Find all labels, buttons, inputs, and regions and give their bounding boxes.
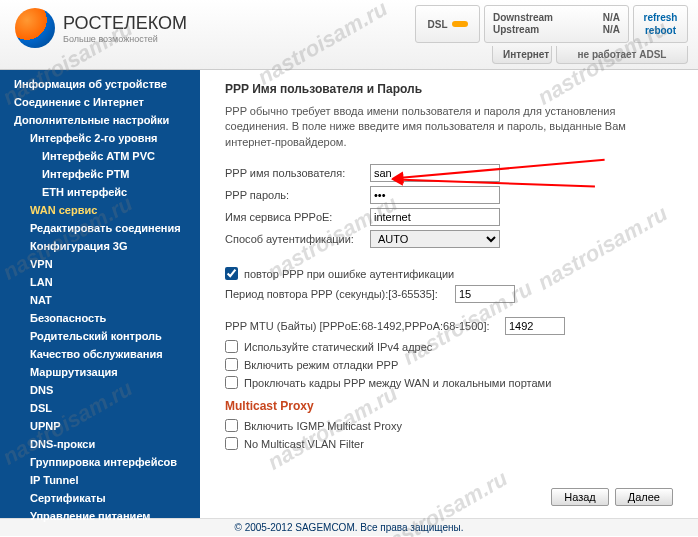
sidebar-item-eth[interactable]: ETH интерфейс [0, 183, 200, 201]
sidebar-item-ip-tunnel[interactable]: IP Tunnel [0, 471, 200, 489]
adsl-status-tab: не работает ADSL [556, 46, 688, 64]
ppp-retry-checkbox[interactable] [225, 267, 238, 280]
next-button[interactable]: Далее [615, 488, 673, 506]
static-ipv4-label: Используйте статический IPv4 адрес [244, 341, 432, 353]
sidebar-item-security[interactable]: Безопасность [0, 309, 200, 327]
debug-ppp-checkbox[interactable] [225, 358, 238, 371]
header: РОСТЕЛЕКОМ Больше возможностей DSL Downs… [0, 0, 698, 70]
sidebar-item-internet-conn[interactable]: Соединение с Интернет [0, 93, 200, 111]
retry-period-label: Период повтора PPP (секунды):[3-65535]: [225, 288, 455, 300]
multicast-section-title: Multicast Proxy [225, 399, 678, 413]
sidebar-item-3g[interactable]: Конфигурация 3G [0, 237, 200, 255]
reboot-link[interactable]: reboot [645, 25, 676, 36]
refresh-box: refresh reboot [633, 5, 688, 43]
ppp-password-label: PPP пароль: [225, 189, 370, 201]
vlan-filter-label: No Multicast VLAN Filter [244, 438, 364, 450]
page-description: PPP обычно требует ввода имени пользоват… [225, 104, 678, 150]
back-button[interactable]: Назад [551, 488, 609, 506]
bridge-ppp-checkbox[interactable] [225, 376, 238, 389]
sidebar-item-device-info[interactable]: Информация об устройстве [0, 75, 200, 93]
main-content: PPP Имя пользователя и Пароль PPP обычно… [200, 70, 698, 518]
stream-status-box: DownstreamN/A UpstreamN/A [484, 5, 629, 43]
sidebar-item-ptm[interactable]: Интерфейс PTM [0, 165, 200, 183]
sidebar-item-dns-proxy[interactable]: DNS-прокси [0, 435, 200, 453]
sidebar-item-l2-interface[interactable]: Интерфейс 2-го уровня [0, 129, 200, 147]
sidebar-item-upnp[interactable]: UPNP [0, 417, 200, 435]
sidebar-item-edit-conn[interactable]: Редактировать соединения [0, 219, 200, 237]
sidebar-item-if-group[interactable]: Группировка интерфейсов [0, 453, 200, 471]
page-title: PPP Имя пользователя и Пароль [225, 82, 678, 96]
sidebar: Информация об устройстве Соединение с Ин… [0, 70, 200, 518]
igmp-checkbox[interactable] [225, 419, 238, 432]
retry-period-input[interactable] [455, 285, 515, 303]
sidebar-item-advanced[interactable]: Дополнительные настройки [0, 111, 200, 129]
logo-area: РОСТЕЛЕКОМ Больше возможностей [15, 8, 187, 48]
auth-method-label: Способ аутентификации: [225, 233, 370, 245]
sidebar-item-parental[interactable]: Родительский контроль [0, 327, 200, 345]
logo-icon [15, 8, 55, 48]
auth-method-select[interactable]: AUTO [370, 230, 500, 248]
sidebar-item-vpn[interactable]: VPN [0, 255, 200, 273]
ppp-password-input[interactable] [370, 186, 500, 204]
sidebar-item-routing[interactable]: Маршрутизация [0, 363, 200, 381]
ppp-username-label: PPP имя пользователя: [225, 167, 370, 179]
sidebar-item-lan[interactable]: LAN [0, 273, 200, 291]
ppp-mtu-label: PPP MTU (Байты) [PPPoE:68-1492,PPPoA:68-… [225, 320, 505, 332]
sidebar-item-atm-pvc[interactable]: Интерфейс ATM PVC [0, 147, 200, 165]
dsl-indicator-icon [452, 21, 468, 27]
ppp-mtu-input[interactable] [505, 317, 565, 335]
bridge-ppp-label: Проключать кадры PPP между WAN и локальн… [244, 377, 551, 389]
sidebar-item-certs[interactable]: Сертификаты [0, 489, 200, 507]
brand-tagline: Больше возможностей [63, 34, 187, 44]
sidebar-item-dsl[interactable]: DSL [0, 399, 200, 417]
pppoe-service-input[interactable] [370, 208, 500, 226]
igmp-label: Включить IGMP Multicast Proxy [244, 420, 402, 432]
sidebar-item-power[interactable]: Управление питанием [0, 507, 200, 525]
internet-tab: Интернет [492, 46, 552, 64]
debug-ppp-label: Включить режим отладки PPP [244, 359, 398, 371]
sidebar-item-dns[interactable]: DNS [0, 381, 200, 399]
refresh-link[interactable]: refresh [644, 12, 678, 23]
pppoe-service-label: Имя сервиса PPPoE: [225, 211, 370, 223]
ppp-retry-label: повтор PPP при ошибке аутентификации [244, 268, 454, 280]
sidebar-item-qos[interactable]: Качество обслуживания [0, 345, 200, 363]
static-ipv4-checkbox[interactable] [225, 340, 238, 353]
vlan-filter-checkbox[interactable] [225, 437, 238, 450]
brand-name: РОСТЕЛЕКОМ [63, 13, 187, 34]
dsl-status-box: DSL [415, 5, 480, 43]
sidebar-item-wan-service[interactable]: WAN сервис [0, 201, 200, 219]
sidebar-item-nat[interactable]: NAT [0, 291, 200, 309]
